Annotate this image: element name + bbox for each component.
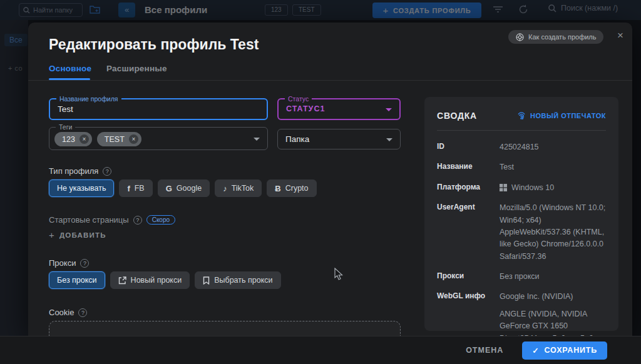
tab-advanced[interactable]: Расширенные: [106, 64, 167, 73]
summary-value: Google Inc. (NVIDIA): [500, 292, 573, 301]
type-tiktok-label: TikTok: [232, 184, 254, 193]
profile-name-field[interactable]: Название профиля: [49, 98, 268, 120]
chevron-down-icon: [386, 138, 392, 141]
facebook-icon: f: [127, 184, 130, 193]
help-icon[interactable]: ?: [103, 167, 111, 176]
close-icon[interactable]: ×: [613, 28, 628, 43]
add-start-page-label: ДОБАВИТЬ: [59, 231, 106, 239]
windows-icon: [500, 184, 507, 191]
type-google-button[interactable]: G Google: [158, 179, 210, 197]
summary-key: UserAgent: [437, 202, 488, 263]
how-to-create-profile-button[interactable]: Как создать профиль: [508, 30, 603, 44]
soon-badge: Скоро: [146, 215, 175, 225]
summary-divider: [437, 130, 606, 131]
tags-field[interactable]: Теги 123 × TEST ×: [49, 127, 268, 150]
summary-value: Test: [500, 161, 606, 173]
status-select[interactable]: Статус СТАТУС1: [277, 98, 401, 120]
tag-chip-label: 123: [62, 135, 75, 144]
lifebuoy-icon: [516, 33, 524, 41]
proxy-new-label: Новый прокси: [131, 276, 182, 285]
summary-value: Без прокси: [500, 271, 606, 283]
help-icon[interactable]: ?: [133, 216, 142, 225]
summary-row-proxy: Прокси Без прокси: [437, 271, 606, 283]
summary-row-platform: Платформа Windows 10: [437, 182, 606, 194]
start-pages-section: Стартовые страницы ? Скоро: [49, 215, 175, 225]
modal-title: Редактировать профиль Test: [49, 36, 259, 53]
profile-type-section: Тип профиля ?: [49, 166, 111, 176]
summary-row-id: ID 425024815: [437, 141, 606, 153]
cancel-button[interactable]: ОТМЕНА: [466, 346, 503, 355]
tag-chip-test[interactable]: TEST ×: [97, 132, 141, 146]
edit-profile-modal: Как создать профиль × Редактировать проф…: [28, 23, 632, 336]
modal-footer: ОТМЕНА ✓ СОХРАНИТЬ: [0, 336, 641, 364]
remove-tag-icon[interactable]: ×: [129, 134, 138, 144]
bookmark-icon: [203, 276, 210, 285]
summary-key: Прокси: [437, 271, 488, 283]
screen: « Все профили 123 TEST + СОЗДАТЬ ПРОФИЛЬ…: [0, 0, 641, 364]
summary-value-2: ANGLE (NVIDIA, NVIDIA GeForce GTX 1650 D…: [500, 308, 606, 336]
summary-key: ID: [437, 141, 488, 153]
help-button-label: Как создать профиль: [528, 33, 596, 41]
folder-value: Папка: [278, 129, 400, 144]
crypto-icon: Ƀ: [275, 184, 280, 193]
proxy-none-button[interactable]: Без прокси: [49, 271, 105, 289]
type-fb-button[interactable]: f FB: [119, 179, 152, 197]
tags-row: 123 × TEST ×: [49, 128, 267, 146]
type-fb-label: FB: [135, 184, 145, 193]
chevron-down-icon: [254, 138, 260, 141]
proxy-section: Прокси ?: [49, 258, 89, 268]
add-start-page-button[interactable]: + ДОБАВИТЬ: [49, 230, 106, 240]
summary-panel: СВОДКА НОВЫЙ ОТПЕЧАТОК ID 425024815 Назв…: [424, 97, 618, 331]
help-icon[interactable]: ?: [80, 259, 89, 268]
proxy-select-button[interactable]: Выбрать прокси: [195, 271, 280, 289]
summary-key: Платформа: [437, 182, 488, 194]
tab-main[interactable]: Основное: [49, 64, 91, 73]
tiktok-icon: ♪: [223, 184, 227, 193]
type-crypto-button[interactable]: Ƀ Crypto: [267, 179, 316, 197]
fingerprint-icon: [517, 111, 526, 120]
summary-value: Mozilla/5.0 (Windows NT 10.0; Win64; x64…: [500, 202, 606, 263]
summary-row-webgl: WebGL инфо Google Inc. (NVIDIA) ANGLE (N…: [437, 291, 606, 336]
tags-label: Теги: [56, 123, 75, 131]
type-tiktok-button[interactable]: ♪ TikTok: [215, 179, 262, 197]
new-proxy-icon: [118, 276, 126, 285]
save-button[interactable]: ✓ СОХРАНИТЬ: [522, 341, 607, 360]
proxy-label: Прокси: [49, 258, 76, 268]
summary-value: Windows 10: [511, 182, 554, 194]
status-label: Статус: [285, 95, 312, 103]
start-pages-label: Стартовые страницы: [49, 215, 129, 225]
folder-select[interactable]: Папка: [277, 129, 401, 149]
plus-icon: +: [49, 230, 55, 240]
profile-type-label: Тип профиля: [49, 166, 98, 176]
cookie-label: Cookie: [49, 308, 74, 317]
cookie-section: Cookie ?: [49, 308, 87, 317]
tag-chip-label: TEST: [105, 135, 125, 144]
new-fingerprint-label: НОВЫЙ ОТПЕЧАТОК: [530, 112, 606, 119]
proxy-buttons: Без прокси Новый прокси Выбрать прокси: [49, 271, 281, 289]
help-icon[interactable]: ?: [78, 308, 87, 317]
cookie-input-area[interactable]: [49, 321, 401, 336]
profile-name-label: Название профиля: [56, 95, 121, 103]
summary-title: СВОДКА: [437, 111, 477, 121]
type-none-button[interactable]: Не указывать: [49, 179, 114, 197]
summary-row-useragent: UserAgent Mozilla/5.0 (Windows NT 10.0; …: [437, 202, 606, 263]
summary-row-name: Название Test: [437, 161, 606, 173]
tabs-divider: [28, 80, 632, 81]
type-google-label: Google: [177, 184, 202, 193]
proxy-select-label: Выбрать прокси: [214, 276, 272, 285]
google-icon: G: [166, 184, 172, 193]
chevron-down-icon: [386, 108, 392, 111]
summary-key: WebGL инфо: [437, 291, 488, 336]
new-fingerprint-button[interactable]: НОВЫЙ ОТПЕЧАТОК: [517, 111, 606, 120]
type-crypto-label: Crypto: [285, 184, 309, 193]
summary-key: Название: [437, 161, 488, 173]
check-icon: ✓: [532, 346, 539, 355]
tag-chip-123[interactable]: 123 ×: [54, 132, 92, 146]
proxy-new-button[interactable]: Новый прокси: [110, 271, 190, 289]
summary-value: 425024815: [500, 141, 606, 153]
profile-type-buttons: Не указывать f FB G Google ♪ TikTok Ƀ Cr…: [49, 179, 317, 197]
remove-tag-icon[interactable]: ×: [79, 134, 89, 144]
save-button-label: СОХРАНИТЬ: [545, 346, 597, 355]
